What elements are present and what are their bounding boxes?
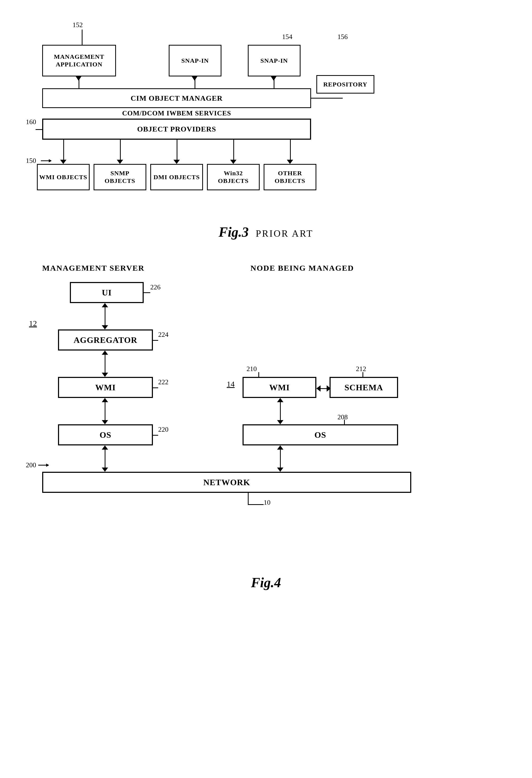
connector-208	[344, 419, 345, 424]
connector-cim-repo	[311, 98, 343, 98]
connector-op-wmi	[63, 140, 64, 161]
svg-marker-2	[75, 76, 82, 81]
ref-150: 150	[26, 157, 36, 165]
page: 152 MANAGEMENT APPLICATION SNAP-IN SNAP-…	[0, 0, 532, 778]
ref-200: 200	[26, 461, 36, 469]
arrow-dmi	[173, 160, 180, 164]
ref-220: 220	[158, 425, 168, 434]
connector-224	[153, 340, 158, 341]
arrow-win32	[230, 160, 236, 164]
svg-marker-4	[271, 76, 277, 81]
ref-212: 212	[356, 365, 366, 373]
ui-box: UI	[70, 282, 144, 303]
ref-154: 154	[282, 33, 292, 41]
svg-marker-1	[49, 159, 52, 162]
fig4-caption: Fig.4	[21, 575, 511, 590]
connector-op-other	[290, 140, 291, 161]
ref-156: 156	[337, 33, 348, 41]
snap-in-2-box: SNAP-IN	[248, 45, 301, 76]
arrow-wmi	[60, 160, 66, 164]
connector-226	[144, 292, 150, 293]
other-objects-box: OTHER OBJECTS	[263, 164, 316, 190]
arrow-snapin2-down	[271, 76, 277, 82]
connector-10-v	[248, 493, 249, 505]
arrow-snapin1-down	[192, 76, 198, 82]
os-node-box: OS	[242, 424, 398, 445]
object-providers-box: OBJECT PROVIDERS	[42, 119, 311, 140]
wmi-node-box: WMI	[242, 377, 316, 398]
connector-op-win32	[233, 140, 234, 161]
arrow-os-network-right	[276, 445, 284, 472]
connector-op-dmi	[177, 140, 177, 161]
figure-4-section: MANAGEMENT SERVER NODE BEING MANAGED 12 …	[21, 263, 511, 574]
repository-box: REPOSITORY	[316, 75, 374, 93]
arrow-aggregator-wmi	[101, 351, 109, 377]
os-server-box: OS	[58, 424, 153, 445]
ref-222: 222	[158, 378, 168, 386]
connector-op-snmp	[120, 140, 121, 161]
arrow-other	[287, 160, 293, 164]
svg-marker-6	[46, 464, 49, 467]
connector-210	[258, 372, 259, 377]
ref-160: 160	[26, 118, 36, 126]
svg-marker-3	[192, 76, 198, 81]
schema-box: SCHEMA	[329, 377, 398, 398]
node-being-managed-label: NODE BEING MANAGED	[250, 263, 354, 273]
wmi-objects-box: WMI OBJECTS	[37, 164, 90, 190]
arrow-wmi-os	[101, 398, 109, 424]
arrow-150	[41, 158, 52, 164]
connector-10-h	[248, 504, 263, 505]
management-server-label: MANAGEMENT SERVER	[42, 263, 145, 273]
arrow-snmp	[117, 160, 123, 164]
ref-210: 210	[246, 365, 257, 373]
connector-220	[153, 435, 158, 436]
management-application-box: MANAGEMENT APPLICATION	[42, 45, 116, 76]
arrow-os-network-left	[101, 445, 109, 472]
aggregator-box: AGGREGATOR	[58, 329, 153, 351]
ref-12: 12	[29, 319, 37, 328]
wmi-server-box: WMI	[58, 377, 153, 398]
arrow-wmi-os-node	[276, 398, 284, 424]
ref-152: 152	[73, 21, 83, 29]
network-box: NETWORK	[42, 472, 411, 493]
connector-212	[363, 372, 363, 377]
fig3-caption: Fig.3 PRIOR ART	[21, 224, 511, 240]
connector-222	[153, 387, 158, 388]
ref-226: 226	[150, 283, 161, 291]
ref-208: 208	[337, 413, 348, 421]
arrow-mgmt-down	[75, 76, 82, 82]
ref-224: 224	[158, 331, 168, 339]
com-dcom-label: COM/DCOM IWBEM SERVICES	[42, 109, 311, 117]
figure-4-diagram: MANAGEMENT SERVER NODE BEING MANAGED 12 …	[21, 263, 511, 574]
arrow-200	[38, 463, 49, 469]
figure-3-diagram: 152 MANAGEMENT APPLICATION SNAP-IN SNAP-…	[21, 16, 511, 232]
ref-10: 10	[263, 499, 271, 507]
arrow-wmi-schema	[316, 385, 331, 392]
snap-in-1-box: SNAP-IN	[169, 45, 221, 76]
snmp-objects-box: SNMP OBJECTS	[94, 164, 146, 190]
arrow-ui-aggregator	[101, 303, 109, 329]
cim-object-manager-box: CIM OBJECT MANAGER	[42, 88, 311, 108]
connector-160	[35, 129, 42, 130]
ref-14: 14	[227, 380, 235, 388]
connector-152-line	[82, 29, 82, 45]
dmi-objects-box: DMI OBJECTS	[150, 164, 203, 190]
win32-objects-box: Win32 OBJECTS	[207, 164, 260, 190]
